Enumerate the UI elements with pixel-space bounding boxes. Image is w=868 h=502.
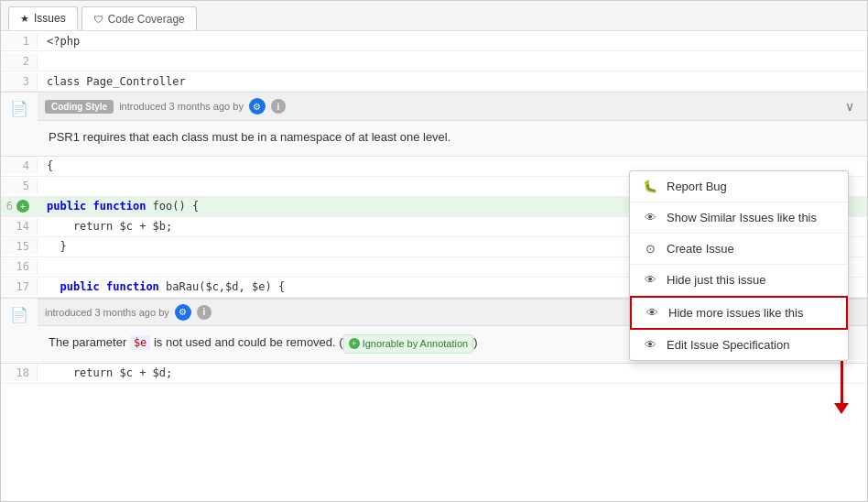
issue1-banner: 📄 Coding Style introduced 3 months ago b… xyxy=(1,92,867,157)
edit-spec-icon: 👁 xyxy=(643,338,657,352)
info-icon-1[interactable]: i xyxy=(271,99,286,114)
tab-issues[interactable]: ★ Issues xyxy=(8,6,78,30)
dropdown-item-hide-just[interactable]: 👁 Hide just this issue xyxy=(630,265,848,296)
code-line-2: 2 xyxy=(1,51,867,71)
arrow-head xyxy=(834,403,849,414)
dropdown-item-report-bug[interactable]: 🐛 Report Bug xyxy=(630,171,848,202)
line-num-15: 15 xyxy=(1,238,38,255)
line-content-2 xyxy=(38,60,867,63)
dropdown-item-edit-spec[interactable]: 👁 Edit Issue Specification xyxy=(630,330,848,360)
line-content-3: class Page_Controller xyxy=(38,73,867,90)
hide-more-label: Hide more issues like this xyxy=(668,306,803,320)
line-num-6: 6+ xyxy=(1,198,38,214)
hide-just-icon: 👁 xyxy=(643,273,657,287)
line-num-18: 18 xyxy=(1,365,38,381)
tab-issues-label: Issues xyxy=(34,12,66,25)
line-num-5: 5 xyxy=(1,178,38,194)
hide-just-label: Hide just this issue xyxy=(667,273,765,287)
issue1-row: 📄 Coding Style introduced 3 months ago b… xyxy=(1,93,867,156)
issue1-header: Coding Style introduced 3 months ago by … xyxy=(38,93,867,121)
edit-spec-label: Edit Issue Specification xyxy=(667,338,789,352)
issue1-doc-col: 📄 xyxy=(1,93,38,156)
issue1-message: PSR1 requires that each class must be in… xyxy=(38,121,867,156)
issue2-doc-col: 📄 xyxy=(1,299,38,363)
line-num-2: 2 xyxy=(1,53,38,70)
code-line-3: 3 class Page_Controller xyxy=(1,71,867,92)
annotation-badge[interactable]: +Ignorable by Annotation xyxy=(343,334,474,354)
tabs-bar: ★ Issues 🛡 Code Coverage xyxy=(1,1,867,31)
issues-icon: ★ xyxy=(20,13,29,25)
create-issue-icon: ⊙ xyxy=(643,242,657,256)
line-num-3: 3 xyxy=(1,73,38,90)
code-area-bottom: 18 return $c + $d; xyxy=(1,364,867,384)
show-similar-icon: 👁 xyxy=(643,211,657,224)
coverage-icon: 🛡 xyxy=(93,14,103,25)
dropdown-item-hide-more[interactable]: 👁 Hide more issues like this xyxy=(630,296,848,330)
issue2-msg-suffix: is not used and could be removed. ( xyxy=(150,335,342,349)
annotation-plus-icon: + xyxy=(349,338,360,349)
tab-coverage-label: Code Coverage xyxy=(108,13,185,26)
doc-icon-2: 📄 xyxy=(10,306,28,323)
show-similar-label: Show Similar Issues like this xyxy=(667,211,817,224)
plus-badge-6: + xyxy=(16,200,29,213)
code-line-18: 18 return $c + $d; xyxy=(1,364,867,384)
main-container: ★ Issues 🛡 Code Coverage 1 <?php 2 3 cla… xyxy=(0,0,868,502)
user-icon-2: ⚙ xyxy=(175,304,191,321)
user-icon-1: ⚙ xyxy=(249,98,266,115)
issue2-msg-end: ) xyxy=(473,335,477,349)
issue1-introduced: introduced 3 months ago by xyxy=(119,101,244,112)
hide-more-icon: 👁 xyxy=(645,306,659,320)
dropdown-item-show-similar[interactable]: 👁 Show Similar Issues like this xyxy=(630,202,848,234)
line-num-1: 1 xyxy=(1,33,38,49)
line-num-16: 16 xyxy=(1,258,38,275)
annotation-text: Ignorable by Annotation xyxy=(363,336,469,352)
code-area-top: 1 <?php 2 3 class Page_Controller xyxy=(1,31,867,92)
coding-style-badge: Coding Style xyxy=(45,100,114,114)
issue1-content: Coding Style introduced 3 months ago by … xyxy=(38,93,867,156)
code-line-1: 1 <?php xyxy=(1,31,867,51)
issue2-inline-code: $e xyxy=(130,335,150,350)
report-bug-label: Report Bug xyxy=(667,180,727,193)
issue1-chevron[interactable]: ∨ xyxy=(840,97,860,115)
issue1-header-left: Coding Style introduced 3 months ago by … xyxy=(45,98,832,115)
dropdown-item-create-issue[interactable]: ⊙ Create Issue xyxy=(630,234,848,265)
report-bug-icon: 🐛 xyxy=(643,180,657,193)
line-content-18: return $c + $d; xyxy=(38,365,867,381)
tab-coverage[interactable]: 🛡 Code Coverage xyxy=(81,6,197,30)
dropdown-menu: 🐛 Report Bug 👁 Show Similar Issues like … xyxy=(629,170,849,361)
line-content-1: <?php xyxy=(38,33,867,49)
doc-icon-1: 📄 xyxy=(10,100,28,117)
line-num-17: 17 xyxy=(1,278,38,295)
issue2-msg-prefix: The parameter xyxy=(49,335,130,349)
issue2-introduced: introduced 3 months ago by xyxy=(45,307,169,318)
line-num-4: 4 xyxy=(1,158,38,174)
line-num-14: 14 xyxy=(1,218,38,235)
info-icon-2[interactable]: i xyxy=(197,305,212,320)
create-issue-label: Create Issue xyxy=(667,242,734,256)
